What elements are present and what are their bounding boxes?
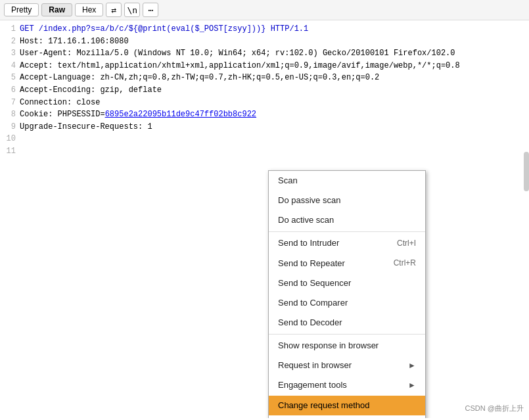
separator-2	[269, 334, 425, 335]
menu-item-show-response[interactable]: Show response in browser	[269, 336, 425, 356]
menu-item-send-decoder[interactable]: Send to Decoder	[269, 313, 425, 333]
separator-1	[269, 231, 425, 232]
line-8: 8 Cookie: PHPSESSID=6895e2a22095b11de9c4…	[4, 108, 525, 121]
menu-item-passive-scan[interactable]: Do passive scan	[269, 191, 425, 210]
line-9: 9 Upgrade-Insecure-Requests: 1	[4, 121, 525, 133]
menu-item-engagement[interactable]: Engagement tools ►	[269, 375, 425, 395]
newline-icon[interactable]: \n	[124, 3, 140, 17]
format-icon[interactable]: ⇄	[106, 3, 122, 17]
menu-item-send-comparer[interactable]: Send to Comparer	[269, 293, 425, 313]
editor: 1 GET /index.php?s=a/b/c/${@print(eval($…	[0, 20, 529, 418]
line-1: 1 GET /index.php?s=a/b/c/${@print(eval($…	[4, 23, 525, 35]
line-5: 5 Accept-Language: zh-CN,zh;q=0.8,zh-TW;…	[4, 72, 525, 84]
menu-item-change-encoding[interactable]: Change body encoding	[269, 415, 425, 418]
line-11: 11	[4, 145, 525, 158]
toolbar: Pretty Raw Hex ⇄ \n ⋯	[0, 0, 529, 20]
tab-pretty[interactable]: Pretty	[4, 3, 39, 16]
tab-raw[interactable]: Raw	[41, 3, 72, 16]
menu-item-send-sequencer[interactable]: Send to Sequencer	[269, 273, 425, 293]
menu-item-request-browser[interactable]: Request in browser ►	[269, 356, 425, 375]
arrow-icon-2: ►	[408, 379, 416, 392]
line-10: 10	[4, 133, 525, 145]
arrow-icon: ►	[408, 360, 416, 372]
more-icon[interactable]: ⋯	[143, 3, 158, 17]
menu-item-change-method[interactable]: Change request method	[269, 396, 425, 415]
line-4: 4 Accept: text/html,application/xhtml+xm…	[4, 60, 525, 72]
menu-item-scan[interactable]: Scan	[269, 171, 425, 191]
tab-hex[interactable]: Hex	[75, 3, 103, 16]
line-7: 7 Connection: close	[4, 97, 525, 109]
menu-item-send-repeater[interactable]: Send to Repeater Ctrl+R	[269, 254, 425, 273]
line-6: 6 Accept-Encoding: gzip, deflate	[4, 84, 525, 97]
scrollbar-handle[interactable]	[524, 152, 529, 191]
context-menu: Scan Do passive scan Do active scan Send…	[268, 170, 426, 418]
line-2: 2 Host: 171.16.1.106:8080	[4, 35, 525, 48]
menu-item-active-scan[interactable]: Do active scan	[269, 210, 425, 230]
menu-item-send-intruder[interactable]: Send to Intruder Ctrl+I	[269, 233, 425, 253]
watermark: CSDN @曲折上升	[465, 403, 524, 414]
line-3: 3 User-Agent: Mozilla/5.0 (Windows NT 10…	[4, 47, 525, 60]
